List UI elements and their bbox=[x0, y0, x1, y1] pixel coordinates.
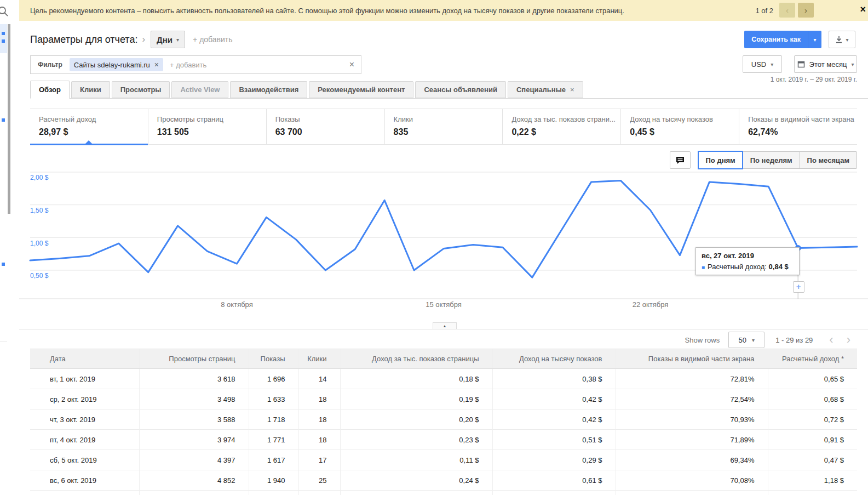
left-panel-item[interactable] bbox=[0, 24, 7, 54]
page-title: Параметры для отчета: bbox=[30, 34, 137, 45]
column-header[interactable]: Расчетный доход * bbox=[768, 349, 857, 369]
table-row: вт, 1 окт. 20193 6181 696140,18 $0,38 $7… bbox=[30, 369, 857, 389]
tab-custom[interactable]: Специальные× bbox=[508, 81, 583, 98]
table-row: пн, 7 окт. 20194 9191 672220,19 $0,48 $7… bbox=[30, 491, 857, 495]
card-impressions[interactable]: Показы63 700 bbox=[267, 109, 385, 144]
tab-ad-sessions[interactable]: Сеансы объявлений bbox=[415, 81, 505, 98]
cell: пт, 4 окт. 2019 bbox=[30, 430, 139, 450]
add-annotation-button[interactable]: + bbox=[793, 281, 804, 293]
cell: 0,23 $ bbox=[340, 430, 492, 450]
left-panel-item[interactable] bbox=[0, 168, 7, 198]
cell: 3 618 bbox=[139, 369, 249, 389]
filter-chip-sites[interactable]: Сайты sdelay-rukami.ru × bbox=[70, 58, 163, 71]
metric-value: 835 bbox=[394, 127, 503, 137]
cell: 0,24 $ bbox=[340, 470, 492, 491]
tab-label: Обзор bbox=[39, 82, 61, 98]
bullet-icon bbox=[2, 39, 5, 43]
cell: 0,72 $ bbox=[768, 409, 857, 430]
download-icon bbox=[835, 36, 843, 43]
cell: 0,19 $ bbox=[340, 389, 492, 409]
tab-clicks[interactable]: Клики bbox=[71, 81, 110, 98]
filter-add-input[interactable]: + добавить bbox=[170, 61, 343, 69]
card-viewability[interactable]: Показы в видимой части экрана62,74% bbox=[739, 109, 857, 144]
promo-prev-button[interactable]: ‹ bbox=[779, 3, 795, 18]
left-panel-item[interactable] bbox=[0, 197, 7, 227]
column-header[interactable]: Показы bbox=[249, 349, 298, 369]
column-header[interactable]: Просмотры страниц bbox=[139, 349, 249, 369]
left-panel-item[interactable] bbox=[0, 53, 7, 83]
left-panel-scrollbar[interactable] bbox=[8, 24, 10, 214]
metric-label: Показы в видимой части экрана bbox=[748, 115, 857, 123]
save-as-menu-button[interactable]: ▾ bbox=[808, 31, 821, 48]
cell: ср, 2 окт. 2019 bbox=[30, 389, 139, 409]
column-header[interactable]: Доход на тысячу показов bbox=[492, 349, 616, 369]
rows-per-page-dropdown[interactable]: 50 ▾ bbox=[728, 332, 764, 348]
currency-dropdown[interactable]: USD ▾ bbox=[743, 55, 782, 73]
granularity-by-day-button[interactable]: По дням bbox=[698, 151, 743, 169]
tab-interactions[interactable]: Взаимодействия bbox=[230, 81, 307, 98]
cell: вс, 6 окт. 2019 bbox=[30, 470, 139, 491]
search-icon[interactable] bbox=[0, 5, 9, 18]
cell: 4 397 bbox=[139, 450, 249, 470]
metric-label: Клики bbox=[394, 115, 503, 123]
filter-clear-icon[interactable]: × bbox=[343, 60, 361, 70]
tab-overview[interactable]: Обзор bbox=[30, 81, 70, 99]
column-header[interactable]: Дата bbox=[30, 349, 139, 369]
cell: 0,91 $ bbox=[768, 430, 857, 450]
chevron-down-icon: ▾ bbox=[752, 337, 755, 343]
left-panel-item[interactable] bbox=[0, 82, 7, 111]
tab-recommended-content[interactable]: Рекомендуемый контент bbox=[309, 81, 413, 98]
tab-label: Рекомендуемый контент bbox=[318, 82, 405, 98]
add-dimension-link[interactable]: + добавить bbox=[193, 35, 232, 44]
cell: 0,29 $ bbox=[492, 450, 616, 470]
card-estimated-revenue[interactable]: Расчетный доход28,97 $ bbox=[30, 109, 148, 144]
tab-close-icon[interactable]: × bbox=[570, 82, 574, 98]
revenue-chart: 2,00 $1,50 $1,00 $0,50 $ 8 октября15 окт… bbox=[19, 170, 868, 314]
card-page-views[interactable]: Просмотры страниц131 505 bbox=[148, 109, 267, 144]
report-params-row: Параметры для отчета: › Дни ▾ + добавить bbox=[30, 30, 233, 49]
cell: 3 974 bbox=[139, 430, 249, 450]
tab-views[interactable]: Просмотры bbox=[112, 81, 170, 98]
page-prev-button[interactable]: ‹ bbox=[823, 333, 840, 346]
card-clicks[interactable]: Клики835 bbox=[385, 109, 503, 144]
download-button[interactable]: ▾ bbox=[829, 31, 855, 48]
date-range-dropdown[interactable]: Этот месяц ▾ bbox=[794, 55, 857, 73]
column-header[interactable]: Клики bbox=[298, 349, 340, 369]
left-panel-item[interactable] bbox=[0, 255, 7, 285]
cell: чт, 3 окт. 2019 bbox=[30, 409, 139, 430]
x-tick-label: 22 октября bbox=[633, 300, 669, 309]
cell: 0,42 $ bbox=[492, 389, 616, 409]
cell: 0,48 $ bbox=[492, 491, 616, 495]
date-preset-label: Этот месяц bbox=[809, 60, 847, 69]
table-row: сб, 5 окт. 20194 3971 617170,11 $0,29 $6… bbox=[30, 450, 857, 470]
dimension-dropdown[interactable]: Дни ▾ bbox=[151, 31, 185, 48]
promo-close-icon[interactable]: × bbox=[860, 4, 866, 14]
cell: 70,93% bbox=[616, 409, 768, 430]
promo-next-button[interactable]: › bbox=[798, 3, 814, 18]
chip-close-icon[interactable]: × bbox=[154, 60, 159, 69]
cell: 1 771 bbox=[249, 430, 298, 450]
granularity-by-month-button[interactable]: По месяцам bbox=[800, 151, 857, 169]
left-panel-item[interactable] bbox=[0, 139, 7, 169]
chevron-down-icon: ▾ bbox=[813, 37, 816, 43]
save-as-button[interactable]: Сохранить как ▾ bbox=[744, 31, 821, 48]
column-header[interactable]: Показы в видимой части экрана bbox=[616, 349, 768, 369]
cell: 70,08% bbox=[616, 470, 768, 491]
column-header[interactable]: Доход за тыс. показов страницы bbox=[340, 349, 492, 369]
cell: сб, 5 окт. 2019 bbox=[30, 450, 139, 470]
left-panel-item[interactable] bbox=[0, 283, 7, 313]
filter-bar[interactable]: Фильтр Сайты sdelay-rukami.ru × + добави… bbox=[30, 55, 361, 74]
card-impression-rpm[interactable]: Доход на тысячу показов0,45 $ bbox=[621, 109, 739, 144]
chart-tooltip: вс, 27 окт. 2019 ■Расчетный доход: 0,84 … bbox=[695, 247, 800, 275]
left-panel-item[interactable] bbox=[0, 312, 7, 342]
annotations-button[interactable] bbox=[670, 151, 691, 169]
page-next-button[interactable]: › bbox=[840, 333, 857, 346]
tab-active-view[interactable]: Active View bbox=[171, 81, 228, 98]
card-page-rpm[interactable]: Доход за тыс. показов страни...0,22 $ bbox=[503, 109, 621, 144]
metric-value: 0,22 $ bbox=[511, 127, 620, 137]
granularity-by-week-button[interactable]: По неделям bbox=[743, 151, 800, 169]
cell: 71,89% bbox=[616, 430, 768, 450]
left-panel-item[interactable] bbox=[0, 226, 7, 255]
cell: 0,20 $ bbox=[340, 409, 492, 430]
left-panel-item[interactable] bbox=[0, 111, 7, 140]
